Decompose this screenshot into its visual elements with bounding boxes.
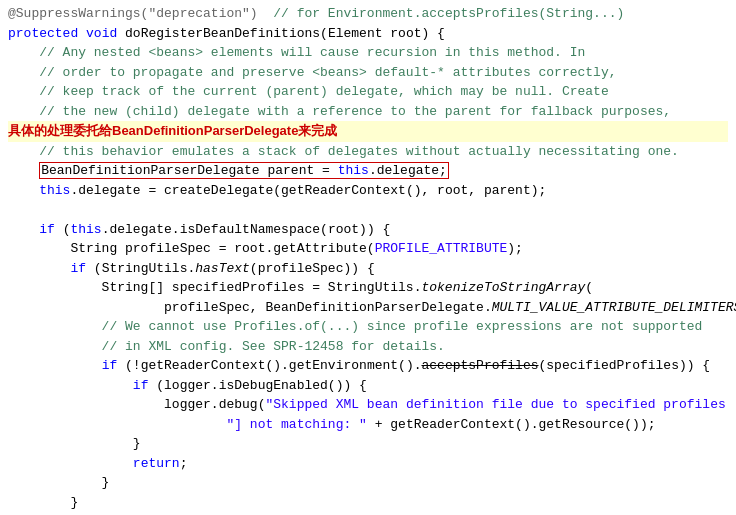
code-line-1: @SuppressWarnings("deprecation") // for … — [8, 4, 728, 24]
code-line-23: } — [8, 473, 728, 493]
highlighted-line-1: BeanDefinitionParserDelegate parent = th… — [39, 162, 449, 179]
const-profile: PROFILE_ATTRIBUTE — [375, 241, 508, 256]
method-tokenize: tokenizeToStringArray — [421, 280, 585, 295]
code-container: @SuppressWarnings("deprecation") // for … — [0, 0, 736, 515]
comment-6: // the new (child) delegate with a refer… — [8, 104, 671, 119]
code-line-2: protected void doRegisterBeanDefinitions… — [8, 24, 728, 44]
str-not-matching: "] not matching: " — [226, 417, 366, 432]
method-acceptsprofiles: acceptsProfiles — [421, 358, 538, 373]
comment-15: // We cannot use Profiles.of(...) since … — [8, 319, 702, 334]
code-line-10: if (this.delegate.isDefaultNamespace(roo… — [8, 220, 728, 240]
code-line-7: // this behavior emulates a stack of del… — [8, 142, 728, 162]
annotation-suppress: @SuppressWarnings("deprecation") — [8, 6, 273, 21]
code-line-5: // keep track of the current (parent) de… — [8, 82, 728, 102]
code-line-18: if (logger.isDebugEnabled()) { — [8, 376, 728, 396]
kw-this: this — [338, 163, 369, 178]
code-line-14: profileSpec, BeanDefinitionParserDelegat… — [8, 298, 728, 318]
kw-return: return — [133, 456, 180, 471]
comment-16: // in XML config. See SPR-12458 for deta… — [8, 339, 445, 354]
comment-3: // Any nested <beans> elements will caus… — [8, 45, 585, 60]
comment-7: // this behavior emulates a stack of del… — [8, 144, 679, 159]
code-line-24: } — [8, 493, 728, 513]
code-line-11: String profileSpec = root.getAttribute(P… — [8, 239, 728, 259]
code-line-21: } — [8, 434, 728, 454]
code-line-19: logger.debug("Skipped XML bean definitio… — [8, 395, 728, 415]
comment-4: // order to propagate and preserve <bean… — [8, 65, 617, 80]
code-line-12: if (StringUtils.hasText(profileSpec)) { — [8, 259, 728, 279]
kw-if2: if — [70, 261, 86, 276]
comment-5: // keep track of the current (parent) de… — [8, 84, 609, 99]
kw-if4: if — [133, 378, 149, 393]
code-line-10-empty — [8, 200, 728, 220]
chinese-annotation-1: 具体的处理委托给BeanDefinitionParserDelegate来完成 — [8, 121, 728, 142]
code-line-15: // We cannot use Profiles.of(...) since … — [8, 317, 728, 337]
const-multi: MULTI_VALUE_ATTRIBUTE_DELIMITERS — [492, 300, 736, 315]
comment-1: // for Environment.acceptsProfiles(Strin… — [273, 6, 624, 21]
cls-element: Element — [328, 26, 383, 41]
chinese-text-1: 具体的处理委托给BeanDefinitionParserDelegate来完成 — [8, 121, 728, 142]
code-line-6: // the new (child) delegate with a refer… — [8, 102, 728, 122]
kw-this2: this — [39, 183, 70, 198]
code-line-16: // in XML config. See SPR-12458 for deta… — [8, 337, 728, 357]
code-line-8: BeanDefinitionParserDelegate parent = th… — [8, 161, 728, 181]
method-hastext: hasText — [195, 261, 250, 276]
code-line-20: "] not matching: " + getReaderContext().… — [8, 415, 728, 435]
cls-bddpd: BeanDefinitionParserDelegate — [41, 163, 259, 178]
kw-this3: this — [70, 222, 101, 237]
str-skipped: "Skipped XML bean definition file due to… — [265, 397, 736, 412]
kw-protected: protected — [8, 26, 78, 41]
code-line-4: // order to propagate and preserve <bean… — [8, 63, 728, 83]
kw-void: void — [86, 26, 117, 41]
code-line-3: // Any nested <beans> elements will caus… — [8, 43, 728, 63]
code-line-22: return; — [8, 454, 728, 474]
kw-if3: if — [102, 358, 118, 373]
kw-if1: if — [39, 222, 55, 237]
code-line-9: this.delegate = createDelegate(getReader… — [8, 181, 728, 201]
code-line-13: String[] specifiedProfiles = StringUtils… — [8, 278, 728, 298]
code-line-17: if (!getReaderContext().getEnvironment()… — [8, 356, 728, 376]
